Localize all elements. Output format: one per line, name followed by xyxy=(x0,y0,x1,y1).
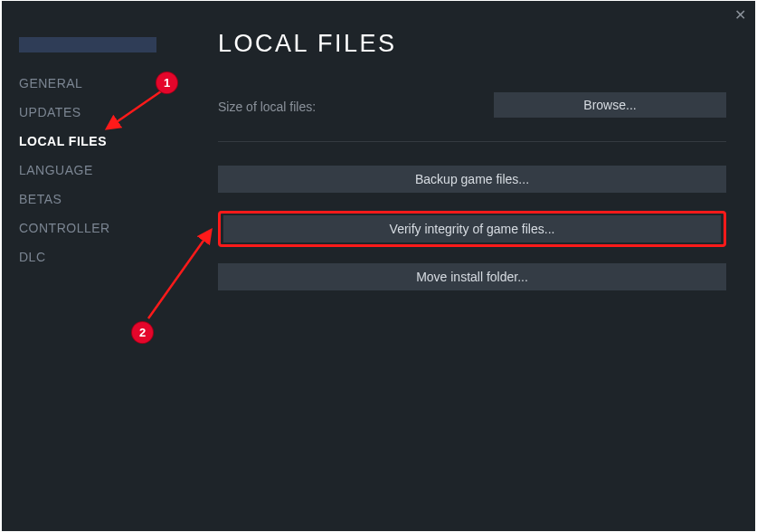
sidebar-item-updates[interactable]: UPDATES xyxy=(19,98,193,127)
sidebar-item-local-files[interactable]: LOCAL FILES xyxy=(19,127,193,156)
move-button[interactable]: Move install folder... xyxy=(218,263,726,290)
verify-button[interactable]: Verify integrity of game files... xyxy=(223,215,721,242)
sidebar-item-dlc[interactable]: DLC xyxy=(19,242,193,271)
properties-window: ✕ GENERAL UPDATES LOCAL FILES LANGUAGE B… xyxy=(2,1,755,531)
size-value xyxy=(320,95,393,111)
main-panel: LOCAL FILES Size of local files: Browse.… xyxy=(193,1,755,531)
browse-button[interactable]: Browse... xyxy=(494,92,726,118)
annotation-badge-2: 2 xyxy=(132,322,153,343)
sidebar-item-betas[interactable]: BETAS xyxy=(19,185,193,214)
divider xyxy=(218,141,726,142)
size-label: Size of local files: xyxy=(218,100,316,114)
close-icon[interactable]: ✕ xyxy=(734,6,746,24)
backup-button[interactable]: Backup game files... xyxy=(218,166,726,193)
verify-highlight: Verify integrity of game files... xyxy=(218,211,726,247)
sidebar-item-language[interactable]: LANGUAGE xyxy=(19,156,193,185)
annotation-badge-1: 1 xyxy=(156,72,177,93)
sidebar-header-bar xyxy=(19,37,156,52)
size-row: Size of local files: Browse... xyxy=(218,92,726,118)
page-title: LOCAL FILES xyxy=(218,30,726,58)
sidebar-item-controller[interactable]: CONTROLLER xyxy=(19,214,193,242)
